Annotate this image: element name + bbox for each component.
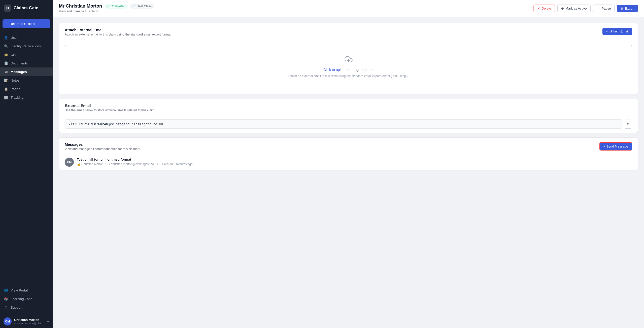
sidebar-item-pages-label: Pages: [11, 87, 20, 91]
checkmark-icon: ✓: [606, 29, 609, 33]
logout-icon[interactable]: ⇥: [46, 319, 49, 323]
user-icon: 👤: [4, 35, 8, 40]
sidebar-item-messages[interactable]: ✉ Messages: [0, 67, 53, 76]
external-email-card: External Email Use the email below to st…: [59, 99, 638, 133]
attach-email-body: Click to upload or drag and drop Attach …: [59, 39, 638, 94]
user-meta-icon: 🔒: [77, 162, 81, 166]
delete-button[interactable]: ✕ Delete: [533, 5, 555, 12]
sidebar-item-notes-label: Notes: [11, 79, 19, 82]
sender-email-container: ✉ christian.morton@claimsgate.co.uk: [108, 162, 158, 166]
check-icon: ✓: [107, 5, 110, 8]
user-email: christian.morton@claims..: [14, 322, 44, 325]
sidebar-item-learning-label: Learning Zone: [11, 297, 32, 301]
logo-icon: ⚙: [4, 5, 11, 12]
doc-icon: 📄: [133, 5, 137, 8]
sender-email: christian.morton@claimsgate.co.uk: [111, 162, 158, 166]
sidebar-item-learning[interactable]: 📚 Learning Zone: [0, 295, 53, 303]
sidebar-item-messages-label: Messages: [11, 70, 27, 74]
attach-email-card: Attach External Email Attach an external…: [59, 23, 638, 94]
pause-button[interactable]: ⏸ Pause: [593, 5, 615, 12]
sidebar-item-portal[interactable]: 🌐 View Portal: [0, 286, 53, 295]
portal-icon: 🌐: [4, 288, 8, 292]
sidebar-item-identity[interactable]: 🔍 Identity Verifications: [0, 42, 53, 50]
upload-icon: [345, 55, 353, 65]
messages-card: Messages View and manage all corresponde…: [59, 137, 638, 170]
messages-header-text: Messages View and manage all corresponde…: [65, 142, 141, 151]
sidebar-item-notes[interactable]: 📝 Notes: [0, 76, 53, 85]
copy-icon: ⧉: [627, 122, 629, 126]
top-bar: Mr Christian Morton ✓ Completed 📄 Test C…: [53, 0, 644, 17]
sidebar-item-user[interactable]: 👤 User: [0, 33, 53, 42]
upload-zone[interactable]: Click to upload or drag and drop Attach …: [65, 45, 632, 88]
external-email-header: External Email Use the email below to st…: [59, 99, 638, 115]
export-button[interactable]: ⊕ Export: [617, 5, 638, 12]
email-field-row: 7ltXGlbUz9H7Lb7GQr4n@cc-staging.claimsga…: [65, 119, 632, 129]
claim-icon: 📁: [4, 53, 8, 57]
claim-title-area: Mr Christian Morton ✓ Completed 📄 Test C…: [59, 4, 154, 13]
sidebar-item-claim-label: Claim: [11, 53, 19, 57]
claim-title: Mr Christian Morton ✓ Completed 📄 Test C…: [59, 4, 154, 9]
attach-email-header: Attach External Email Attach an external…: [65, 28, 172, 36]
status-badge: ✓ Completed: [105, 4, 128, 9]
sender-name: Christian Morton: [81, 162, 104, 166]
email-meta-icon: ✉: [108, 162, 110, 166]
sidebar-item-support-label: Support: [11, 306, 22, 309]
claim-name: Mr Christian Morton: [59, 4, 102, 9]
sidebar-item-tracking-label: Tracking: [11, 96, 23, 99]
attach-email-title: Attach External Email: [65, 28, 172, 32]
user-info: Christian Morton christian.morton@claims…: [14, 318, 44, 325]
sidebar-item-tracking[interactable]: 📊 Tracking: [0, 93, 53, 102]
sidebar-item-documents-label: Documents: [11, 61, 28, 65]
sidebar-bottom: 🌐 View Portal 📚 Learning Zone ⚙ Support: [0, 283, 53, 315]
tracking-icon: 📊: [4, 95, 8, 99]
top-actions: ✕ Delete ⊙ Mark as Active ⏸ Pause ⊕ Expo…: [533, 5, 638, 12]
message-subject: Test email for .eml or .msg format: [77, 158, 632, 161]
created-time: Created 6 minutes ago: [162, 162, 192, 166]
sender-name-container: 🔒 Christian Morton: [77, 162, 104, 166]
sidebar-logo: ⚙ Claims Gate: [0, 0, 53, 16]
documents-icon: 📄: [4, 61, 8, 65]
external-email-title: External Email: [65, 103, 632, 108]
sidebar-item-pages[interactable]: 📋 Pages: [0, 85, 53, 93]
external-email-subtitle: Use the email below to store external em…: [65, 108, 632, 112]
identity-icon: 🔍: [4, 44, 8, 48]
sidebar-logo-text: Claims Gate: [14, 6, 38, 11]
sidebar-item-documents[interactable]: 📄 Documents: [0, 59, 53, 67]
content-area: Attach External Email Attach an external…: [53, 17, 644, 176]
main-content: Mr Christian Morton ✓ Completed 📄 Test C…: [53, 0, 644, 328]
pause-icon: ⏸: [597, 7, 600, 10]
upload-text: Click to upload or drag and drop: [323, 68, 374, 72]
return-button[interactable]: ← Return to Untitled: [3, 19, 50, 28]
attach-email-subtitle: Attach an external email to this claim u…: [65, 33, 172, 36]
send-message-button[interactable]: + Send Message: [599, 142, 632, 151]
messages-title: Messages: [65, 142, 141, 147]
messages-header: Messages View and manage all corresponde…: [59, 138, 638, 154]
sidebar-nav: 👤 User 🔍 Identity Verifications 📁 Claim …: [0, 31, 53, 283]
claim-subtitle: View and manage this claim.: [59, 10, 154, 13]
avatar: CM: [4, 317, 12, 325]
test-badge: 📄 Test Claim: [130, 4, 154, 9]
user-section: CM Christian Morton christian.morton@cla…: [0, 315, 53, 328]
message-meta: 🔒 Christian Morton • ✉ christian.morton@…: [77, 162, 632, 166]
sidebar: ⚙ Claims Gate ← Return to Untitled 👤 Use…: [0, 0, 53, 328]
mark-active-button[interactable]: ⊙ Mark as Active: [557, 5, 591, 12]
messages-icon: ✉: [4, 70, 8, 74]
message-content: Test email for .eml or .msg format 🔒 Chr…: [77, 158, 632, 166]
sidebar-item-support[interactable]: ⚙ Support: [0, 303, 53, 312]
attach-email-button[interactable]: ✓ Attach Email: [602, 28, 632, 35]
copy-email-button[interactable]: ⧉: [624, 120, 632, 129]
sidebar-item-claim[interactable]: 📁 Claim: [0, 50, 53, 59]
user-name: Christian Morton: [14, 318, 44, 322]
message-item: CM Test email for .eml or .msg format 🔒 …: [59, 154, 638, 170]
message-avatar: CM: [65, 158, 74, 167]
sidebar-item-identity-label: Identity Verifications: [11, 44, 41, 48]
delete-icon: ✕: [537, 7, 540, 10]
email-display: 7ltXGlbUz9H7Lb7GQr4n@cc-staging.claimsga…: [65, 119, 622, 129]
pages-icon: 📋: [4, 87, 8, 91]
upload-hint: Attach an external email to this claim u…: [288, 74, 409, 78]
notes-icon: 📝: [4, 78, 8, 82]
sidebar-item-portal-label: View Portal: [11, 288, 28, 292]
support-icon: ⚙: [4, 305, 8, 309]
upload-click-link[interactable]: Click to upload: [323, 68, 347, 72]
messages-subtitle: View and manage all correspondence for t…: [65, 147, 141, 151]
